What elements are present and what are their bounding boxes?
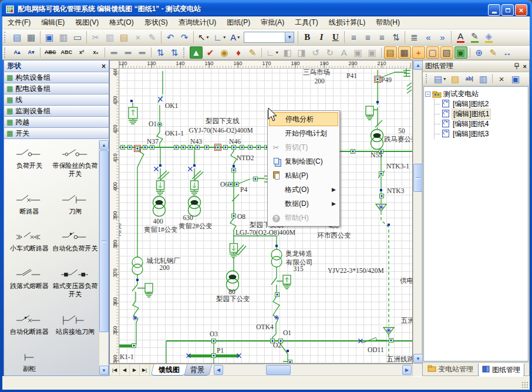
canvas-viewport[interactable]: 三鸟市场200P41P49OK1梨园下支线GYJ-70(N46-O2)400MO… [119,69,412,363]
shape-group-2[interactable]: ▦线 [4,94,109,106]
new-sheet-button[interactable]: ▤▾ [432,73,447,85]
context-menu-item-1[interactable]: 开始停电计划 [269,126,338,140]
context-menu-item-3[interactable]: 复制绘图(C) [269,154,338,168]
stencil-item-7[interactable]: 箱式变压器负荷开关 [52,268,98,299]
print-button[interactable]: ▭ [71,31,84,43]
font-shrink-button[interactable]: A▾ [25,46,38,59]
approve-button[interactable]: ✔ [204,46,217,59]
panel-close-icon[interactable]: × [523,63,527,70]
menu-item-9[interactable]: 线损计算(L) [324,16,371,29]
resize-grip[interactable] [521,381,528,388]
stencil-item-8[interactable]: 自动化断路器 [6,314,52,336]
edit-note-button[interactable]: ✎ [246,46,259,59]
next-page-icon[interactable]: ▶ [130,364,140,376]
tree-sheet-row-1[interactable]: [编辑]图纸1 [435,109,527,119]
scroll-up-icon[interactable]: ▲ [99,140,109,150]
ruler-toggle-button[interactable]: ▤ [384,46,397,59]
sheet-label[interactable]: [编辑]图纸4 [452,119,490,129]
stencil-item-0[interactable]: 负荷开关 [6,148,52,178]
scroll-down-icon[interactable]: ▼ [99,366,109,375]
sheet-label[interactable]: [编辑]图纸1 [452,109,491,120]
stencil-item-10[interactable]: 副柜 [6,351,52,373]
menu-item-10[interactable]: 帮助(H) [371,16,405,29]
stencil-item-9[interactable]: 站房接地刀闸 [52,314,98,336]
menu-item-3[interactable]: 格式(O) [104,16,139,29]
statistics-table-button[interactable]: ▦ [25,31,38,43]
stencil-item-4[interactable]: 小车式断路器 [6,231,52,253]
sheet-label[interactable]: [编辑]图纸2 [452,99,490,109]
open-sheet-button[interactable]: ▨ [449,73,462,85]
fill-color-button[interactable]: ◈ [482,31,495,43]
canvas-hscroll-thumb[interactable] [266,365,291,375]
no-strikethrough-button[interactable]: ABC [59,46,75,59]
indent-button[interactable]: » [436,31,449,43]
menu-item-7[interactable]: 审批(A) [255,16,289,29]
toolbar-grip[interactable] [4,32,8,43]
menu-item-0[interactable]: 文件(F) [2,16,36,29]
line-top-button[interactable]: ═ [136,46,149,59]
vertical-text-button[interactable]: ⇅ [389,31,402,43]
tree-sheet-row-0[interactable]: [编辑]图纸2 [435,99,527,109]
context-menu-item-0[interactable]: 停电分析 [269,112,338,126]
shape-group-4[interactable]: ▦跨越 [4,117,109,128]
toolbar-grip[interactable] [4,48,8,57]
tree-sheet-row-2[interactable]: [编辑]图纸4 [435,119,527,129]
context-menu-item-4[interactable]: 粘贴(P) [269,168,338,183]
copy-sheet-button[interactable]: ▥ [477,73,490,85]
save-button[interactable]: ▣ [43,31,56,43]
tree-sheet-row-3[interactable]: [编辑]图纸3 [435,129,527,139]
font-grow-button[interactable]: A▴ [11,46,23,59]
undo-button[interactable]: ↶ [164,31,177,43]
marquee-toggle-button[interactable]: ▢ [426,46,439,59]
line-bottom-button[interactable]: ═ [107,46,120,59]
stencil-item-6[interactable]: 跌落式熔断器 [6,268,52,299]
menu-item-5[interactable]: 查询统计(U) [173,16,222,29]
canvas-vscroll-thumb[interactable] [413,164,423,192]
stamp-button[interactable]: ♦ [232,46,245,59]
menu-item-8[interactable]: 工具(T) [289,16,323,29]
shape-group-0[interactable]: ▦构筑设备组 [4,72,109,83]
scroll-right-icon[interactable]: ▶ [402,365,412,375]
toolbar-grip[interactable] [426,74,430,83]
font-combo[interactable]: ▼ [244,32,294,43]
station-view-button[interactable]: ▣ [509,73,522,85]
menu-item-2[interactable]: 视图(V) [70,16,104,29]
stencil-item-5[interactable]: 自动化负荷开关 [52,231,98,253]
shape-group-3[interactable]: ▦监测设备组 [4,106,109,117]
stencil-item-3[interactable]: 刀闸 [52,194,98,216]
canvas-vscrollbar[interactable]: ▲ ▼ [413,60,422,364]
dropdown-icon[interactable]: ▾ [443,76,446,82]
numbering-button[interactable]: ≣ [408,31,420,43]
dropdown-icon[interactable]: ▾ [276,50,278,55]
spacing-increase-button[interactable]: ⇅ [154,46,167,59]
combo-dropdown-icon[interactable]: ▼ [285,32,294,42]
spacing-decrease-button[interactable]: ⇅ [168,46,181,59]
align-left-button[interactable]: ≡ [347,31,360,43]
manager-tab-0[interactable]: 变电站管理 [424,363,477,376]
find-button[interactable]: ◉ [218,46,231,59]
align-right-button[interactable]: ≡ [375,31,388,43]
pointer-tool-button[interactable]: ↖▾ [196,31,211,43]
menu-item-6[interactable]: 图纸(P) [221,16,255,29]
context-menu-item-6[interactable]: 数据(D)▶ [269,197,338,211]
scroll-down-icon[interactable]: ▼ [413,354,423,363]
zoom-button[interactable]: ⊕ [473,46,486,59]
strikethrough-button[interactable]: ABC [43,46,58,59]
subscript-button[interactable]: x₂ [89,46,102,59]
redo-button[interactable]: ↷ [178,31,191,43]
connector-tool-button[interactable]: ∟▾ [212,31,228,43]
underline-button[interactable]: U [329,31,342,43]
insert-picture-button[interactable]: ▲ [190,46,203,59]
context-menu-item-5[interactable]: 格式(O)▶ [269,183,338,197]
italic-button[interactable]: I [315,31,328,43]
tree-root-label[interactable]: 测试变电站 [443,89,479,99]
line-middle-button[interactable]: ═ [122,46,134,59]
toolbar-grip[interactable] [183,48,187,57]
properties-button[interactable]: ✎ [487,46,500,59]
canvas-hscrollbar[interactable]: ◀ ▶ [213,364,412,376]
stencil-item-1[interactable]: 带保险丝的负荷开关 [52,148,98,178]
stencil-scrollbar[interactable]: ▲ ▼ [99,140,108,375]
stencil-scroll-thumb[interactable] [99,150,109,332]
outdent-button[interactable]: « [422,31,435,43]
last-page-icon[interactable]: ▶| [140,364,150,376]
